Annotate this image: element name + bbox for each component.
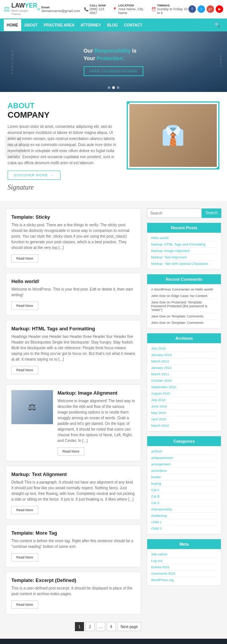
- post-text-6: This content is before the more tag. Rig…: [11, 538, 135, 549]
- recent-post-5[interactable]: Markup: Title With Special Characters: [151, 261, 217, 267]
- logo-icon: ⚖: [4, 5, 10, 13]
- read-more-btn-5[interactable]: Read More: [11, 506, 38, 514]
- sidebar-search: Search: [147, 208, 221, 218]
- nav-practise[interactable]: PRACTISE AREA: [41, 19, 78, 31]
- nav-about[interactable]: ABOUT: [21, 19, 41, 31]
- categories-list: aciform antiquarianism arrangement asmod…: [147, 446, 221, 534]
- recent-posts-title: Recent Posts: [147, 223, 221, 233]
- nav-contact[interactable]: CONTACT: [121, 19, 145, 31]
- hero-cta-button[interactable]: FREE COUNSULTATIONS: [84, 66, 144, 76]
- page-btn-2[interactable]: 2: [86, 622, 95, 631]
- read-more-btn-3[interactable]: Read More: [11, 366, 38, 374]
- hero-content: Our Responsibility isYour Protection. FR…: [72, 47, 155, 76]
- post-card-4: ⚖ Markup: Image Alignment Welcome to ima…: [6, 384, 141, 461]
- post-card-5: Markup: Text Alignment Default This is a…: [6, 466, 141, 520]
- nav-search-icon[interactable]: 🔍: [211, 19, 223, 31]
- cat-8[interactable]: Cat C: [151, 500, 217, 506]
- twitter-icon[interactable]: t: [197, 5, 205, 13]
- post-text-5: Default This is a paragraph. It should n…: [11, 479, 135, 502]
- recent-comment-5: John Doe on Template: Comments: [151, 320, 217, 326]
- recent-comment-4: Jane Doe on Template: Comments: [151, 313, 217, 320]
- recent-post-1[interactable]: Hello world!: [151, 235, 217, 241]
- meta-title: Meta: [147, 539, 221, 549]
- recent-post-2[interactable]: Markup: HTML Tags and Formatting: [151, 241, 217, 248]
- signature: Signature: [8, 184, 119, 191]
- page-next-button[interactable]: Next page: [117, 622, 141, 631]
- read-more-btn-6[interactable]: Read More: [11, 553, 38, 562]
- hero-dot-2[interactable]: [112, 86, 115, 89]
- post-card-img-container: ⚖ Markup: Image Alignment Welcome to ima…: [11, 390, 135, 456]
- meta-4[interactable]: WordPress.org: [151, 577, 217, 583]
- post-content-4: Markup: Image Alignment Welcome to image…: [58, 390, 135, 456]
- archives-title: Archives: [147, 333, 221, 343]
- recent-post-3[interactable]: Markup: Image Alignment: [151, 248, 217, 254]
- archive-11[interactable]: April 2010: [151, 416, 217, 423]
- meta-0[interactable]: Site Admin: [151, 551, 217, 558]
- post-title-3: Markup: HTML Tags and Formatting: [11, 326, 135, 331]
- page-btn-1[interactable]: 1: [75, 622, 84, 631]
- location-contact: 📍 LOCATION Area Name, City Name: [112, 4, 148, 15]
- hero-section: PREVIOUS Our Responsibility isYour Prote…: [0, 31, 227, 92]
- archive-2[interactable]: March 2012: [151, 358, 217, 365]
- cat-10[interactable]: chattening: [151, 513, 217, 519]
- meta-3[interactable]: Comments RSS: [151, 571, 217, 577]
- read-more-btn-7[interactable]: Read More: [11, 600, 38, 609]
- post-title-7: Template: Excerpt (Defined): [11, 577, 135, 583]
- cat-3[interactable]: asmodeus: [151, 468, 217, 474]
- archive-10[interactable]: May 2010: [151, 410, 217, 416]
- read-more-btn-1[interactable]: Read More: [11, 254, 38, 263]
- archive-4[interactable]: March 2011: [151, 371, 217, 378]
- sidebar-search-button[interactable]: Search: [202, 208, 221, 218]
- facebook-icon[interactable]: f: [188, 5, 196, 13]
- hero-next-label: NEXT: [219, 55, 222, 68]
- sidebar-search-input[interactable]: [147, 208, 202, 218]
- archive-1[interactable]: January 2013: [151, 352, 217, 358]
- cat-0[interactable]: aciform: [151, 448, 217, 455]
- recent-post-4[interactable]: Markup: Text Alignment: [151, 254, 217, 261]
- archive-12[interactable]: March 2010: [151, 423, 217, 429]
- hero-text: Our Responsibility isYour Protection.: [84, 47, 144, 62]
- cat-5[interactable]: buying: [151, 481, 217, 487]
- cat-6[interactable]: Cat A: [151, 487, 217, 493]
- about-image: 👔: [127, 101, 219, 170]
- decorative-b: B: [3, 129, 25, 164]
- nav-home[interactable]: HOME: [4, 19, 21, 31]
- pagination: 1 2 … 4 Next page: [6, 622, 141, 631]
- archive-0[interactable]: July 2018: [151, 345, 217, 352]
- cat-12[interactable]: Child 2: [151, 526, 217, 532]
- youtube-icon[interactable]: ▶: [216, 5, 223, 13]
- discover-more-button[interactable]: DISCOVER MORE →: [8, 171, 61, 180]
- recent-comment-1: A WordPress Commenter on Hello world!: [151, 286, 217, 293]
- nav-blog[interactable]: BLOG: [104, 19, 121, 31]
- archive-3[interactable]: January 2012: [151, 365, 217, 371]
- hero-dot-3[interactable]: [117, 86, 120, 89]
- archives-widget: Archives July 2018 January 2013 March 20…: [147, 333, 221, 431]
- hero-dots: [108, 86, 120, 89]
- page-btn-4[interactable]: 4: [107, 622, 116, 631]
- hero-dot-1[interactable]: [108, 86, 110, 89]
- nav-attorney[interactable]: ATTORNEY: [78, 19, 104, 31]
- meta-1[interactable]: Log out: [151, 558, 217, 564]
- read-more-btn-4[interactable]: Read More: [58, 447, 84, 456]
- post-text-2: Welcome to WordPress. This is your first…: [11, 286, 135, 298]
- footer-dark: ARCHIVES LIST July 2018 (1) January 2013…: [0, 639, 227, 644]
- post-title-6: Template: More Tag: [11, 530, 135, 536]
- archive-5[interactable]: October 2010: [151, 378, 217, 384]
- archive-6[interactable]: September 2010: [151, 384, 217, 390]
- cat-2[interactable]: arrangement: [151, 461, 217, 468]
- recent-comments-widget: Recent Comments A WordPress Commenter on…: [147, 274, 221, 328]
- cat-11[interactable]: Child 1: [151, 519, 217, 526]
- post-card-3: Markup: HTML Tags and Formatting Heading…: [6, 320, 141, 380]
- archive-7[interactable]: August 2010: [151, 390, 217, 397]
- cat-7[interactable]: Cat B: [151, 493, 217, 500]
- archive-9[interactable]: June 2010: [151, 403, 217, 410]
- cat-1[interactable]: antiquarianism: [151, 455, 217, 461]
- read-more-btn-2[interactable]: Read More: [11, 302, 38, 310]
- googleplus-icon[interactable]: g+: [207, 5, 214, 13]
- cat-4[interactable]: broder: [151, 474, 217, 481]
- timings-contact: ⏰ TIMINGS Sunday to Friday 10 to 6: [151, 4, 188, 15]
- cat-9[interactable]: championship: [151, 506, 217, 513]
- archive-8[interactable]: July 2010: [151, 397, 217, 403]
- recent-comment-3: Jane Doe on Protected: Template: Passwor…: [151, 299, 217, 313]
- meta-2[interactable]: Entries RSS: [151, 564, 217, 571]
